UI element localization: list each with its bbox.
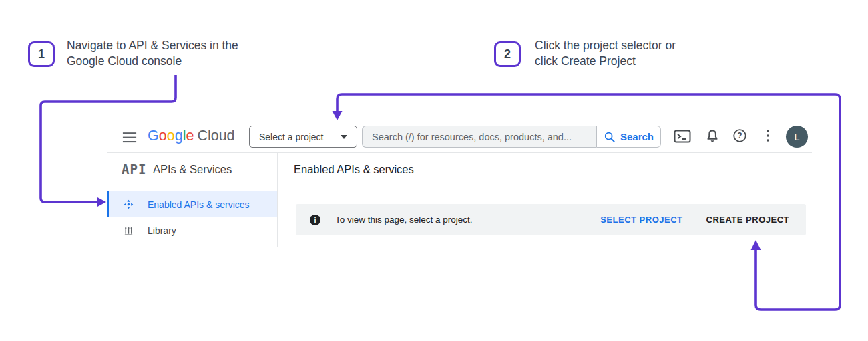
logo-letter: g (175, 128, 183, 144)
step-2-text: Click the project selector or click Crea… (535, 38, 676, 69)
banner-message: To view this page, select a project. (335, 215, 600, 225)
info-icon-glyph: i (314, 216, 316, 224)
step-1-number-box: 1 (28, 41, 55, 67)
step-1-text: Navigate to API & Services in the Google… (67, 38, 238, 69)
step-2-number: 2 (504, 47, 511, 62)
step-2-line1: Click the project selector or (535, 38, 676, 53)
search-button-label: Search (620, 131, 654, 142)
search-bar: Search (362, 126, 661, 148)
step-1-number: 1 (38, 47, 45, 62)
logo-letter: o (167, 128, 175, 144)
page-title: Enabled APIs & services (294, 163, 414, 176)
sidebar-item-label: Library (148, 225, 176, 236)
more-options-icon[interactable] (765, 129, 771, 142)
sidebar-divider (277, 152, 278, 247)
project-selector-button[interactable]: Select a project (249, 126, 357, 148)
step-2-number-box: 2 (494, 41, 521, 67)
tutorial-page: 1 Navigate to API & Services in the Goog… (0, 0, 868, 341)
help-icon[interactable]: ? (732, 128, 748, 144)
create-project-button[interactable]: CREATE PROJECT (706, 215, 790, 225)
sidebar-item-label: Enabled APIs & services (148, 199, 250, 210)
select-project-banner: i To view this page, select a project. S… (296, 204, 806, 235)
google-cloud-logo[interactable]: GoogleCloud (148, 128, 235, 144)
logo-cloud-text: Cloud (197, 128, 234, 144)
notifications-bell-icon[interactable] (704, 128, 720, 144)
step-1-line1: Navigate to API & Services in the (67, 38, 238, 53)
title-row-divider (107, 185, 812, 185)
svg-text:?: ? (737, 131, 742, 140)
arrow-step1-head-icon (97, 197, 106, 207)
library-icon (123, 225, 134, 237)
sidebar-item-enabled-apis[interactable]: Enabled APIs & services (107, 191, 277, 217)
logo-letter: G (148, 128, 159, 144)
sidebar-product-title: APIs & Services (153, 163, 232, 176)
info-icon: i (310, 215, 320, 225)
sidebar-item-library[interactable]: Library (107, 217, 277, 244)
enabled-apis-icon (123, 199, 134, 210)
account-avatar[interactable]: L (786, 126, 808, 148)
arrow-step2-head-down-icon (333, 111, 343, 120)
logo-letter: o (159, 128, 167, 144)
search-icon (604, 131, 616, 143)
dropdown-caret-icon (341, 135, 347, 139)
menu-icon[interactable] (122, 132, 137, 143)
apis-product-icon: API (122, 162, 146, 177)
step-1-line2: Google Cloud console (67, 53, 238, 69)
project-selector-label: Select a project (259, 132, 324, 142)
cloud-shell-icon[interactable] (674, 129, 691, 144)
search-input[interactable] (362, 126, 596, 148)
arrow-step2-head-up-icon (751, 240, 761, 250)
select-project-button[interactable]: SELECT PROJECT (600, 215, 682, 225)
logo-letter: e (186, 128, 194, 144)
search-button[interactable]: Search (596, 126, 661, 148)
step-2-line2: click Create Project (535, 53, 676, 69)
avatar-letter: L (794, 132, 799, 142)
header-divider (107, 152, 812, 153)
